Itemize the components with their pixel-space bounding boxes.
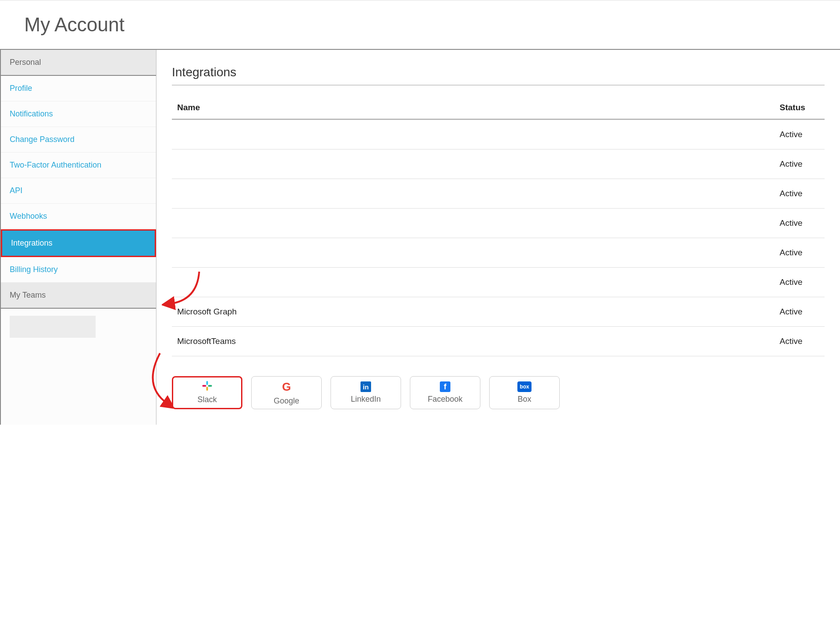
sidebar-item-change-password[interactable]: Change Password [1, 127, 156, 153]
google-icon: G [282, 380, 291, 394]
provider-label: Slack [197, 395, 217, 404]
sidebar-item-webhooks[interactable]: Webhooks [1, 204, 156, 229]
cell-name [177, 277, 780, 287]
main-content: Integrations Name Status Active Active A… [156, 50, 840, 425]
provider-tiles: Slack G Google in LinkedIn f Facebook bo… [172, 376, 825, 409]
cell-name [177, 159, 780, 169]
page-title: My Account [24, 14, 840, 36]
facebook-icon: f [440, 381, 450, 392]
cell-name [177, 130, 780, 139]
sidebar-item-profile[interactable]: Profile [1, 76, 156, 101]
table-row[interactable]: Active [172, 149, 825, 179]
integrations-table: Name Status Active Active Active [172, 97, 825, 356]
sidebar-item-integrations[interactable]: Integrations [1, 229, 156, 257]
provider-label: Google [274, 396, 299, 406]
team-item-placeholder[interactable] [10, 316, 96, 338]
svg-rect-2 [206, 387, 208, 391]
sidebar-item-label: Integrations [11, 239, 52, 247]
cell-name: Microsoft Graph [177, 307, 780, 317]
svg-rect-0 [206, 381, 208, 385]
table-row[interactable]: Active [172, 120, 825, 149]
table-row[interactable]: Active [172, 209, 825, 238]
svg-rect-3 [202, 385, 206, 387]
cell-name [177, 218, 780, 228]
main-title: Integrations [172, 65, 825, 86]
table-row[interactable]: MicrosoftTeams Active [172, 327, 825, 356]
provider-tile-google[interactable]: G Google [251, 376, 322, 409]
linkedin-icon: in [361, 381, 371, 392]
box-icon: box [517, 381, 532, 392]
cell-status: Active [780, 248, 819, 258]
column-header-name: Name [177, 103, 780, 112]
provider-label: Facebook [427, 395, 462, 404]
slack-icon [202, 381, 212, 392]
table-header-row: Name Status [172, 97, 825, 120]
cell-status: Active [780, 277, 819, 287]
cell-status: Active [780, 159, 819, 169]
page-header: My Account [0, 0, 840, 50]
provider-tile-linkedin[interactable]: in LinkedIn [331, 376, 401, 409]
cell-name: MicrosoftTeams [177, 336, 780, 346]
sidebar-section-my-teams: My Teams [1, 283, 156, 309]
cell-status: Active [780, 307, 819, 317]
svg-rect-1 [208, 385, 212, 387]
provider-label: Box [517, 395, 531, 404]
table-row[interactable]: Active [172, 179, 825, 209]
table-row[interactable]: Active [172, 268, 825, 297]
provider-tile-slack[interactable]: Slack [172, 376, 242, 409]
sidebar-item-billing-history[interactable]: Billing History [1, 257, 156, 283]
provider-tile-box[interactable]: box Box [489, 376, 560, 409]
cell-status: Active [780, 218, 819, 228]
page: My Account Personal Profile Notification… [0, 0, 840, 425]
sidebar-section-personal: Personal [1, 50, 156, 76]
cell-name [177, 189, 780, 198]
cell-status: Active [780, 336, 819, 346]
provider-tile-facebook[interactable]: f Facebook [410, 376, 480, 409]
cell-status: Active [780, 130, 819, 139]
column-header-status: Status [780, 103, 819, 112]
cell-status: Active [780, 189, 819, 198]
sidebar-item-api[interactable]: API [1, 178, 156, 204]
table-row[interactable]: Microsoft Graph Active [172, 297, 825, 327]
table-row[interactable]: Active [172, 238, 825, 268]
sidebar-item-notifications[interactable]: Notifications [1, 101, 156, 127]
cell-name [177, 248, 780, 258]
provider-label: LinkedIn [351, 395, 381, 404]
sidebar: Personal Profile Notifications Change Pa… [0, 50, 156, 425]
layout: Personal Profile Notifications Change Pa… [0, 50, 840, 425]
sidebar-item-two-factor[interactable]: Two-Factor Authentication [1, 153, 156, 178]
